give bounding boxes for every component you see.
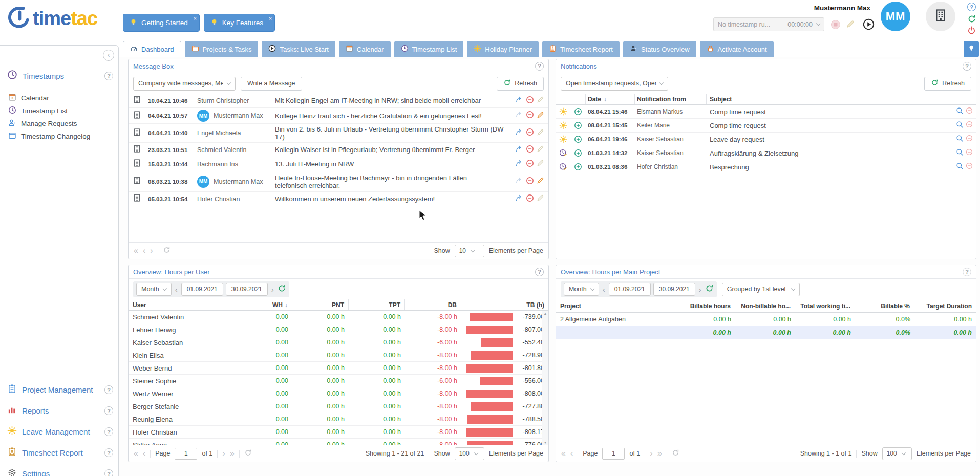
refresh-button[interactable]: Refresh bbox=[497, 77, 544, 91]
help-icon[interactable]: ? bbox=[104, 427, 113, 436]
tab-activate-account[interactable]: Activate Account bbox=[700, 41, 774, 57]
dismiss-icon[interactable] bbox=[966, 162, 973, 171]
delete-icon[interactable] bbox=[526, 194, 534, 204]
start-timestamp-play-icon[interactable] bbox=[863, 18, 875, 30]
column-tb[interactable]: TB (h) bbox=[461, 299, 548, 310]
forward-icon[interactable] bbox=[515, 177, 523, 187]
column-project[interactable]: Project bbox=[556, 299, 675, 312]
dismiss-icon[interactable] bbox=[966, 135, 973, 144]
approve-add-icon[interactable] bbox=[570, 135, 586, 143]
notification-row[interactable]: 01.03.21 14:32 Kaiser Sebastian Auftrags… bbox=[556, 146, 976, 160]
edit-timestamp-icon[interactable] bbox=[846, 19, 855, 29]
last-page-icon[interactable]: » bbox=[657, 449, 662, 458]
prev-page-icon[interactable]: ‹ bbox=[570, 449, 573, 458]
stop-timestamp-icon[interactable] bbox=[830, 19, 841, 30]
delete-icon[interactable] bbox=[526, 145, 534, 155]
help-icon[interactable]: ? bbox=[104, 72, 113, 80]
edit-icon[interactable] bbox=[537, 128, 544, 138]
next-page-icon[interactable]: › bbox=[222, 449, 225, 458]
refresh-icon[interactable] bbox=[967, 14, 976, 24]
per-page-select[interactable]: 10 bbox=[455, 245, 484, 257]
prev-page-icon[interactable]: ‹ bbox=[143, 449, 145, 458]
sidebar-collapse-icon[interactable]: ‹ bbox=[103, 50, 114, 61]
notifications-filter-select[interactable]: Open timestamp requests, Open le. bbox=[561, 77, 668, 91]
period-select[interactable]: Month bbox=[136, 283, 172, 296]
per-page-select[interactable]: 100 bbox=[455, 447, 484, 460]
column-db[interactable]: DB bbox=[405, 299, 461, 310]
sidebar-item-calendar[interactable]: 3 Calendar bbox=[8, 93, 118, 103]
timestamp-widget[interactable]: No timestamp ru... 00:00:00 bbox=[713, 17, 824, 31]
sidebar-section-timesheet-report[interactable]: Timesheet Report ? bbox=[0, 442, 118, 463]
column-billable-pct[interactable]: Billable % bbox=[855, 299, 914, 312]
column-wh[interactable]: WH↓ bbox=[237, 299, 292, 310]
sidebar-item-timestamp-changelog[interactable]: Timestamp Changelog bbox=[8, 132, 118, 141]
help-icon[interactable]: ? bbox=[535, 268, 544, 276]
forward-icon[interactable] bbox=[515, 128, 523, 138]
delete-icon[interactable] bbox=[526, 128, 534, 138]
user-avatar[interactable]: MM bbox=[881, 2, 910, 31]
help-icon[interactable]: ? bbox=[967, 3, 976, 11]
approve-add-icon[interactable] bbox=[570, 149, 586, 157]
sidebar-item-timestamp-list[interactable]: Timestamp List bbox=[8, 106, 118, 116]
edit-icon[interactable] bbox=[537, 194, 544, 204]
user-row[interactable]: Berger Stefanie 0.00 0.00 h 0.00 h -8.00… bbox=[129, 400, 548, 413]
edit-icon[interactable] bbox=[537, 145, 544, 155]
refresh-icon[interactable] bbox=[163, 246, 171, 255]
column-user[interactable]: User bbox=[129, 299, 237, 310]
column-target-duration[interactable]: Target Duration bbox=[914, 299, 976, 312]
quick-tab-getting-started[interactable]: Getting Started × bbox=[123, 14, 200, 32]
magnifier-icon[interactable] bbox=[956, 148, 964, 158]
approve-add-icon[interactable] bbox=[570, 107, 586, 116]
magnifier-icon[interactable] bbox=[956, 162, 964, 171]
notification-row[interactable]: 01.03.21 08:36 Hofer Christian Besprechu… bbox=[556, 160, 976, 174]
first-page-icon[interactable]: « bbox=[134, 247, 138, 255]
column-tpt[interactable]: TPT bbox=[349, 299, 405, 310]
organization-button[interactable] bbox=[926, 2, 955, 31]
user-row[interactable]: Kaiser Sebastian 0.00 0.00 h 0.00 h -6.0… bbox=[129, 336, 548, 349]
edit-icon[interactable] bbox=[537, 96, 544, 105]
user-row[interactable]: Schmied Valentin 0.00 0.00 h 0.00 h -8.0… bbox=[129, 311, 548, 323]
sidebar-section-settings[interactable]: Settings ? bbox=[0, 463, 118, 476]
column-subject[interactable]: Subject bbox=[707, 94, 951, 104]
first-page-icon[interactable]: « bbox=[134, 449, 138, 458]
chevron-down-icon[interactable] bbox=[816, 21, 820, 26]
delete-icon[interactable] bbox=[526, 159, 534, 169]
message-row[interactable]: 05.03.21 10:54 Hofer Christian Willkomme… bbox=[129, 192, 548, 206]
next-period-icon[interactable]: › bbox=[270, 285, 275, 294]
delete-icon[interactable] bbox=[526, 111, 534, 121]
user-row[interactable]: Reunig Elena 0.00 0.00 h 0.00 h -8.00 h … bbox=[129, 413, 548, 426]
delete-icon[interactable] bbox=[526, 96, 534, 106]
quick-tab-key-features[interactable]: Key Features × bbox=[204, 14, 275, 32]
next-page-icon[interactable]: › bbox=[150, 247, 153, 255]
forward-icon[interactable] bbox=[515, 96, 523, 106]
help-icon[interactable]: ? bbox=[963, 268, 971, 276]
period-select[interactable]: Month bbox=[564, 283, 599, 296]
date-from-input[interactable] bbox=[181, 283, 223, 296]
column-billable[interactable]: Billable hours bbox=[675, 299, 735, 312]
approve-add-icon[interactable] bbox=[570, 121, 586, 129]
edit-icon[interactable] bbox=[537, 159, 544, 169]
sidebar-section-reports[interactable]: Reports ? bbox=[0, 400, 118, 421]
forward-icon[interactable] bbox=[515, 194, 523, 204]
page-input[interactable] bbox=[175, 448, 197, 460]
magnifier-icon[interactable] bbox=[956, 107, 964, 116]
dismiss-icon[interactable] bbox=[966, 107, 973, 116]
date-to-input[interactable] bbox=[226, 283, 268, 296]
notification-row[interactable]: 06.04.21 19:46 Kaiser Sebastian Leave da… bbox=[556, 133, 976, 146]
edit-icon[interactable] bbox=[537, 111, 544, 121]
message-row[interactable]: 23.03.21 10:51 Schmied Valentin Kollegin… bbox=[129, 143, 548, 157]
scroll-down-icon[interactable]: ▼ bbox=[544, 441, 547, 444]
sidebar-section-project-management[interactable]: Project Management ? bbox=[0, 379, 118, 400]
sidebar-item-manage-requests[interactable]: Manage Requests bbox=[8, 119, 118, 128]
date-from-input[interactable] bbox=[609, 283, 651, 296]
grouping-select[interactable]: Grouped by 1st level bbox=[722, 283, 800, 296]
user-row[interactable]: Weber Bernd 0.00 0.00 h 0.00 h -8.00 h -… bbox=[129, 362, 548, 375]
column-date[interactable]: Date↓ bbox=[586, 94, 635, 104]
tips-lightbulb-button[interactable] bbox=[964, 41, 979, 57]
close-icon[interactable]: × bbox=[193, 15, 196, 21]
tab-timesheet-report[interactable]: Timesheet Report bbox=[542, 41, 620, 57]
forward-icon[interactable] bbox=[515, 111, 523, 121]
help-icon[interactable]: ? bbox=[104, 448, 113, 457]
tab-dashboard[interactable]: Dashboard bbox=[123, 41, 181, 57]
prev-page-icon[interactable]: ‹ bbox=[143, 247, 145, 255]
